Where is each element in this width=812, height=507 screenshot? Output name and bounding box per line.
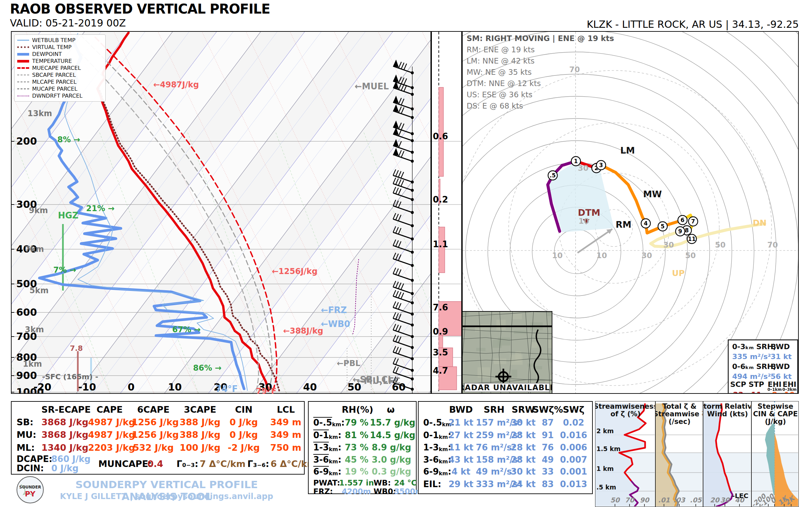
- dcape-value: 860 J/kg: [51, 454, 90, 464]
- aux-x-tick: 70: [625, 496, 635, 504]
- rh-header: RH(%): [342, 404, 371, 415]
- moist-row-label: 1-3km:: [313, 443, 342, 452]
- storm-motion-line: RM: ENE @ 19 kts: [467, 45, 535, 54]
- valid-time-label: VALID: 05-21-2019 00Z: [10, 17, 126, 29]
- aux-x-tick: 20: [710, 496, 720, 504]
- kine-col-header: BWD: [443, 404, 479, 415]
- sbcape-legend-line: [17, 74, 29, 75]
- height-km-label: 3km: [25, 325, 44, 334]
- svg-text:PY: PY: [25, 490, 36, 498]
- height-marker: 3: [596, 161, 606, 170]
- aux-panel-title: Streamwiseness: [596, 402, 655, 410]
- thermo-value: 1256 J/kg: [132, 430, 175, 440]
- legend-item-label: DWNDRFT PARCEL: [32, 93, 83, 99]
- thermo-value: 100 J/kg: [179, 443, 221, 453]
- ring-label: 30: [663, 241, 674, 249]
- pressure-tick-label: 900: [16, 370, 37, 381]
- legend-item: VIRTUAL TEMP: [17, 44, 103, 51]
- histogram-value-label: 0.9: [433, 327, 448, 337]
- srh-box-text: SCP: [730, 380, 746, 389]
- skewt-annotation: 79°F: [256, 387, 276, 396]
- frz-value: 4200m: [342, 487, 371, 496]
- frz-label: FRZ:: [313, 487, 333, 496]
- ring-label: 30: [642, 251, 652, 260]
- svg-text:6: 6: [680, 217, 684, 223]
- temp-tick-label: 10: [168, 381, 182, 393]
- skewt-annotation: 21% →: [86, 204, 114, 213]
- surface-label: -SFC (165m) -: [42, 373, 98, 381]
- aux-y-tick: .5 km: [596, 484, 616, 491]
- skewt-annotation: 67% →: [172, 325, 201, 334]
- srh-box-text: 0-3ₖₘ SRH,: [732, 342, 776, 351]
- thermo-value: 3868 J/kg: [41, 430, 85, 440]
- skewt-annotation: 74°F: [216, 384, 238, 394]
- height-km-label: 9km: [29, 206, 48, 215]
- skewt-annotation: ←MU,LFC: [357, 376, 400, 386]
- dewpoint-legend-line: [17, 53, 29, 56]
- thermo-row-label: SB:: [16, 417, 34, 427]
- legend-item-label: DEWPOINT: [32, 51, 62, 57]
- aux-panel-chart: Streamwisenessof ζ (%)5070902 km1.5 km1 …: [596, 401, 655, 506]
- kine-value: 4 kt: [443, 467, 479, 476]
- radar-unavailable-label: RADAR UNAVAILABLE: [463, 383, 552, 392]
- wb-label: WB:: [373, 478, 391, 487]
- ring-label: 10: [578, 217, 589, 225]
- legend-item: TEMPERATURE: [17, 58, 103, 64]
- kine-value: 29 kt: [443, 479, 479, 489]
- srh-box-text: 494 m²/s²: [732, 372, 771, 381]
- histogram-value-label: 1.1: [433, 239, 448, 249]
- srh-box-text: 33: [733, 391, 744, 393]
- rh-value: 19 %: [342, 467, 371, 476]
- storm-motion-line: LM: NNE @ 42 kts: [467, 57, 535, 65]
- skewt-panel: 2003004005006007008009001000-20-10010203…: [11, 31, 431, 394]
- dcin-value: 0 J/kg: [51, 463, 79, 473]
- moist-row-label: 6-9km:: [313, 467, 342, 476]
- svg-text:3: 3: [599, 162, 603, 168]
- skewt-annotation: ←4987J/kg: [153, 80, 199, 89]
- skewt-annotation: 86% →: [193, 363, 221, 373]
- kine-value: 0.001: [555, 467, 592, 476]
- ring-label: 30: [578, 164, 589, 172]
- temp-tick-label: -10: [78, 381, 96, 393]
- aux-panel-2: Storm RelativeWind (kts)203040-LEC: [703, 401, 751, 507]
- srh-box-text: BWD: [771, 342, 790, 351]
- skewt-legend: WETBULB TEMPVIRTUAL TEMPDEWPOINTTEMPERAT…: [14, 35, 106, 102]
- hodograph-label-dtm: DTM: [578, 208, 600, 218]
- aux-panel-chart: Storm RelativeWind (kts)203040-LEC: [703, 401, 751, 506]
- svg-text:7: 7: [691, 218, 695, 225]
- thermo-col-header: CIN: [222, 404, 265, 415]
- mixing-ratio-value: 3.0 g/kg: [370, 455, 413, 465]
- svg-text:8: 8: [685, 227, 689, 234]
- aux-panel-title: Stepwise: [758, 402, 794, 410]
- moist-row-label: 3-6km:: [313, 455, 342, 465]
- svg-text:4: 4: [644, 220, 648, 227]
- skewt-annotation: ←388J/kg: [283, 326, 323, 336]
- aux-x-tick: .05: [690, 496, 702, 504]
- height-km-label: 7km: [25, 244, 44, 254]
- pwat-label: PWAT:: [313, 478, 340, 487]
- muncape-value: 0.4: [147, 459, 163, 469]
- aux-panel-title: Total ζ &: [663, 402, 697, 410]
- mlcape-legend-line: [17, 81, 29, 82]
- histogram-value-label: 0.6: [433, 131, 448, 141]
- dwndrft-legend-line: [17, 96, 29, 96]
- kine-value: 27 kt: [443, 430, 479, 440]
- kine-value: 0.016: [555, 430, 592, 440]
- thermodynamics-table: SR-ECAPECAPE6CAPE3CAPECINLCLSB:3868 J/kg…: [11, 401, 305, 474]
- thermo-col-header: SR-ECAPE: [41, 404, 85, 415]
- skewt-annotation: HGZ: [58, 211, 79, 220]
- height-marker: 11: [687, 234, 697, 243]
- aux-panel-chart: Total ζ &Streamwise ζ(/sec).01.03.05: [656, 401, 702, 506]
- station-label: KLZK - LITTLE ROCK, AR US | 34.13, -92.2…: [587, 18, 799, 30]
- dcape-label: DCAPE:: [16, 454, 52, 464]
- height-km-label: 13km: [28, 109, 52, 118]
- srh-box-text: 11: [751, 391, 762, 393]
- aux-panel-title: Storm Relative: [703, 402, 751, 410]
- rh-value: 73 %: [342, 443, 371, 452]
- lec-note: -LEC: [732, 492, 749, 500]
- aux-y-tick: 2 km: [596, 427, 614, 435]
- sounderpy-analysis-page: { "header": { "title": "RAOB OBSERVED VE…: [0, 0, 812, 507]
- storm-motion-line: US: ESE @ 36 kts: [467, 90, 532, 99]
- legend-item: DEWPOINT: [17, 51, 103, 58]
- histogram-value-label: 0.2: [433, 194, 448, 205]
